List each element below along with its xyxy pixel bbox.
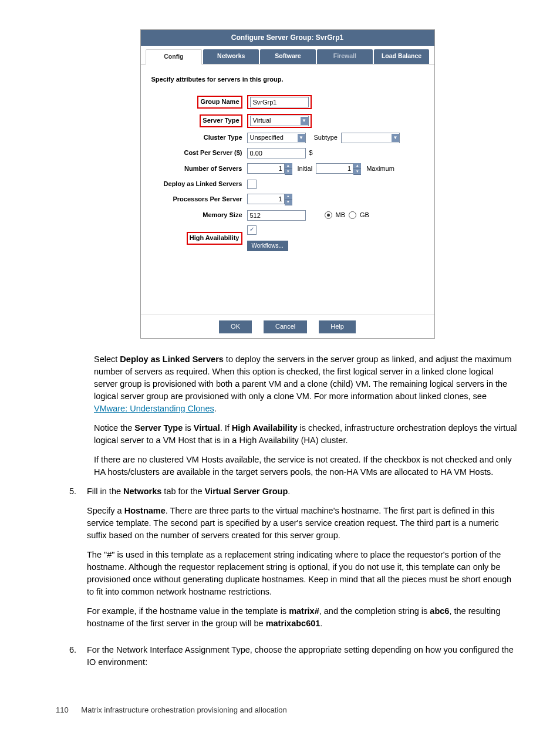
dialog-footer: OK Cancel Help (141, 315, 434, 338)
label-cost-per-server: Cost Per Server ($) (151, 148, 247, 158)
page-number: 110 (56, 706, 69, 714)
label-subtype: Subtype (314, 133, 338, 143)
chevron-up-icon[interactable]: ▴ (285, 194, 292, 200)
paragraph: Fill in the Networks tab for the Virtual… (87, 485, 519, 498)
chevron-down-icon[interactable]: ▾ (285, 200, 292, 205)
label-processors: Processors Per Server (151, 195, 247, 204)
tab-config[interactable]: Config (146, 49, 203, 64)
processors-spinner[interactable]: ▴▾ (247, 194, 294, 205)
vmware-clones-link[interactable]: VMware: Understanding Clones (94, 404, 214, 413)
dialog-tabs: Config Networks Software Firewall Load B… (141, 46, 434, 64)
label-number-of-servers: Number of Servers (151, 164, 247, 174)
label-memory-size: Memory Size (151, 211, 247, 220)
paragraph: Notice the Server Type is Virtual. If Hi… (94, 422, 519, 447)
label-cluster-type: Cluster Type (151, 133, 247, 143)
ok-button[interactable]: OK (219, 320, 252, 333)
cost-per-server-input[interactable] (247, 148, 306, 158)
list-number: 6. (56, 644, 87, 676)
chevron-down-icon: ▼ (392, 134, 399, 142)
servers-max-input[interactable] (316, 163, 353, 174)
document-body: Select Deploy as Linked Servers to deplo… (56, 353, 519, 676)
memory-size-input[interactable] (247, 210, 306, 221)
memory-gb-radio[interactable] (349, 211, 356, 219)
memory-mb-radio[interactable] (325, 211, 332, 219)
high-availability-checkbox[interactable]: ✓ (247, 225, 257, 235)
list-number: 5. (56, 485, 87, 637)
page-footer: 110 Matrix infrastructure orchestration … (56, 705, 519, 716)
paragraph: For example, if the hostname value in th… (87, 605, 519, 630)
cluster-type-value: Unspecified (250, 133, 284, 143)
chevron-down-icon: ▼ (298, 134, 305, 142)
chevron-down-icon: ▼ (301, 117, 308, 125)
server-type-select[interactable]: Virtual ▼ (250, 116, 309, 126)
servers-initial-spinner[interactable]: ▴▾ (247, 163, 294, 175)
cluster-type-select[interactable]: Unspecified ▼ (247, 133, 306, 143)
processors-input[interactable] (247, 194, 285, 204)
deploy-linked-checkbox[interactable] (247, 180, 257, 189)
label-initial: Initial (298, 164, 313, 174)
form-heading: Specify attributes for servers in this g… (151, 75, 424, 85)
label-high-availability: High Availability (187, 232, 242, 245)
label-deploy-linked: Deploy as Linked Servers (151, 180, 247, 189)
paragraph: For the Network Interface Assignment Typ… (87, 644, 519, 669)
chevron-down-icon[interactable]: ▾ (285, 169, 292, 175)
tab-load-balance[interactable]: Load Balance (374, 49, 430, 63)
dialog-title: Configure Server Group: SvrGrp1 (141, 30, 434, 46)
label-group-name: Group Name (197, 96, 242, 109)
server-type-value: Virtual (253, 116, 271, 126)
paragraph: Select Deploy as Linked Servers to deplo… (94, 353, 519, 415)
servers-initial-input[interactable] (247, 163, 285, 174)
paragraph: Specify a Hostname. There are three part… (87, 505, 519, 542)
tab-networks[interactable]: Networks (203, 49, 259, 63)
label-gb: GB (360, 211, 369, 220)
chevron-up-icon[interactable]: ▴ (353, 163, 361, 169)
chevron-down-icon[interactable]: ▾ (353, 169, 361, 175)
cancel-button[interactable]: Cancel (264, 320, 307, 333)
tab-firewall[interactable]: Firewall (317, 49, 373, 63)
list-item-6: 6. For the Network Interface Assignment … (56, 644, 519, 676)
chevron-up-icon[interactable]: ▴ (285, 163, 292, 169)
servers-max-spinner[interactable]: ▴▾ (316, 163, 363, 175)
label-mb: MB (336, 211, 346, 220)
help-button[interactable]: Help (319, 320, 356, 333)
subtype-select[interactable]: ▼ (341, 133, 400, 143)
configure-server-group-dialog: Configure Server Group: SvrGrp1 Config N… (140, 29, 435, 339)
workflows-button[interactable]: Workflows... (247, 241, 288, 252)
list-item-5: 5. Fill in the Networks tab for the Virt… (56, 485, 519, 637)
paragraph: The "#" is used in this template as a re… (87, 549, 519, 598)
group-name-input[interactable] (250, 97, 309, 107)
paragraph: If there are no clustered VM Hosts avail… (94, 454, 519, 478)
form-area: Specify attributes for servers in this g… (141, 65, 434, 315)
label-server-type: Server Type (200, 114, 242, 127)
label-maximum: Maximum (366, 164, 394, 174)
tab-software[interactable]: Software (260, 49, 316, 63)
dollar-sign: $ (309, 148, 313, 158)
footer-text: Matrix infrastructure orchestration prov… (81, 706, 286, 714)
